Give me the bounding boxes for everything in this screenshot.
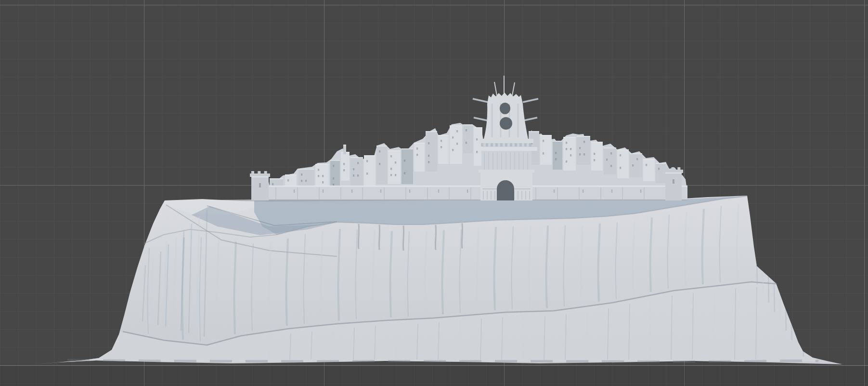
scene-svg bbox=[0, 0, 868, 386]
building bbox=[343, 145, 346, 154]
rim-gully-1 bbox=[379, 225, 379, 250]
building bbox=[643, 159, 655, 181]
building bbox=[388, 150, 401, 184]
rim-gully-4 bbox=[462, 223, 462, 248]
tower-opening bbox=[500, 117, 512, 130]
building bbox=[563, 137, 576, 171]
building bbox=[350, 157, 363, 186]
tower-thorn-beam bbox=[474, 118, 487, 120]
building bbox=[604, 147, 616, 174]
rim-gully-3 bbox=[435, 225, 436, 250]
tower-thorn-beam bbox=[473, 99, 488, 102]
3d-viewport[interactable] bbox=[0, 0, 868, 386]
rim-gully-2 bbox=[403, 226, 403, 251]
building bbox=[463, 124, 473, 153]
tower-thorn-beam bbox=[523, 99, 538, 102]
tower-cornice bbox=[479, 139, 533, 143]
building bbox=[426, 131, 437, 172]
building bbox=[376, 146, 387, 184]
building bbox=[553, 141, 562, 170]
city-wall bbox=[254, 186, 687, 200]
building bbox=[414, 143, 425, 172]
building bbox=[630, 153, 642, 177]
tower-thorn-beam bbox=[524, 118, 537, 120]
tower-tier bbox=[476, 147, 537, 151]
building bbox=[364, 155, 376, 186]
tower-body bbox=[484, 93, 528, 139]
building bbox=[341, 152, 350, 181]
gate-arch-opening bbox=[497, 180, 514, 200]
tower-opening bbox=[500, 103, 510, 114]
building bbox=[402, 148, 413, 184]
tower-antenna bbox=[512, 82, 515, 95]
city-left-watchtower bbox=[250, 171, 270, 200]
building bbox=[438, 135, 449, 164]
tower-antenna bbox=[494, 82, 497, 95]
city-model[interactable] bbox=[250, 76, 687, 200]
building bbox=[617, 149, 629, 178]
city-right-watchtower bbox=[664, 167, 683, 200]
building bbox=[540, 135, 552, 165]
building bbox=[577, 136, 590, 165]
building bbox=[450, 125, 462, 164]
building bbox=[591, 142, 603, 171]
rim-gully-0 bbox=[358, 224, 359, 249]
